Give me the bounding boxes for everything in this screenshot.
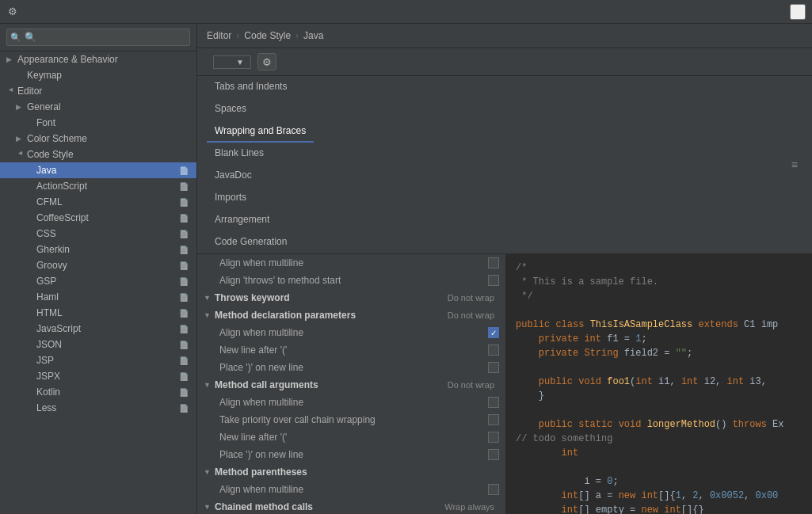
sidebar-item-gsp[interactable]: GSP📄 — [0, 273, 196, 289]
tab-spaces[interactable]: Spaces — [207, 98, 314, 120]
setting-row-1[interactable]: Align 'throws' to method start — [197, 272, 505, 289]
sidebar-label-appearance-behavior: Appearance & Behavior — [17, 54, 190, 65]
scheme-selector[interactable]: ▼ — [213, 55, 251, 69]
sidebar-item-jsp[interactable]: JSP📄 — [0, 352, 196, 368]
copy-icon-less: 📄 — [179, 402, 190, 413]
sidebar-item-coffeescript[interactable]: CoffeeScript📄 — [0, 210, 196, 226]
section-label-3: Method declaration parameters — [215, 310, 448, 321]
sidebar-item-gherkin[interactable]: Gherkin📄 — [0, 242, 196, 257]
section-value-7: Do not wrap — [448, 380, 499, 390]
setting-row-9[interactable]: Take priority over call chain wrapping — [197, 411, 505, 428]
setting-row-8[interactable]: Align when multiline — [197, 394, 505, 411]
sidebar-item-kotlin[interactable]: Kotlin📄 — [0, 384, 196, 400]
checkbox-5[interactable] — [488, 345, 499, 356]
tab-imports[interactable]: Imports — [207, 187, 314, 209]
checkbox-0[interactable] — [488, 257, 499, 268]
setting-row-0[interactable]: Align when multiline — [197, 254, 505, 272]
checkbox-10[interactable] — [488, 432, 499, 443]
sidebar-item-editor[interactable]: ▼Editor — [0, 83, 196, 99]
main-container: 🔍 ▶Appearance & BehaviorKeymap▼Editor▶Ge… — [0, 24, 812, 514]
copy-icon-json: 📄 — [179, 339, 190, 350]
sidebar-item-appearance-behavior[interactable]: ▶Appearance & Behavior — [0, 51, 196, 67]
search-input[interactable] — [6, 29, 190, 46]
gear-button[interactable]: ⚙ — [257, 53, 276, 70]
setting-row-5[interactable]: New line after '(' — [197, 341, 505, 359]
sidebar-item-general[interactable]: ▶General — [0, 99, 196, 115]
checkbox-9[interactable] — [488, 414, 499, 425]
tab-javadoc[interactable]: JavaDoc — [207, 165, 314, 187]
setting-row-11[interactable]: Place ')' on new line — [197, 446, 505, 463]
setting-row-7[interactable]: ▼ Method call arguments Do not wrap — [197, 376, 505, 394]
sidebar-item-color-scheme[interactable]: ▶Color Scheme — [0, 131, 196, 147]
sidebar-item-javascript[interactable]: JavaScript📄 — [0, 321, 196, 337]
copy-icon-cfml: 📄 — [179, 196, 190, 208]
sidebar-item-actionscript[interactable]: ActionScript📄 — [0, 178, 196, 194]
sidebar-item-font[interactable]: Font — [0, 115, 196, 131]
sidebar-label-jspx: JSPX — [36, 371, 176, 382]
copy-icon-html: 📄 — [179, 307, 190, 318]
section-label-14: Chained method calls — [215, 501, 444, 512]
section-arrow-3[interactable]: ▼ — [204, 311, 213, 319]
sidebar-item-groovy[interactable]: Groovy📄 — [0, 257, 196, 273]
sidebar-item-less[interactable]: Less📄 — [0, 400, 196, 416]
sidebar-item-jspx[interactable]: JSPX📄 — [0, 368, 196, 384]
sidebar-item-cfml[interactable]: CFML📄 — [0, 194, 196, 210]
tab-code-generation[interactable]: Code Generation — [207, 231, 314, 253]
section-arrow-12[interactable]: ▼ — [204, 468, 213, 476]
checkbox-13[interactable] — [488, 484, 499, 495]
arrow-code-style: ▼ — [17, 150, 25, 159]
sidebar-label-gherkin: Gherkin — [36, 244, 176, 255]
breadcrumb: Editor › Code Style › Java — [197, 24, 812, 48]
setting-row-6[interactable]: Place ')' on new line — [197, 359, 505, 376]
breadcrumb-editor[interactable]: Editor — [207, 30, 231, 41]
close-button[interactable] — [790, 4, 806, 20]
sidebar-item-haml[interactable]: Haml📄 — [0, 289, 196, 305]
tabs-overflow-button[interactable]: ≡ — [787, 155, 802, 174]
setting-row-2[interactable]: ▼ Throws keyword Do not wrap — [197, 289, 505, 306]
breadcrumb-codestyle[interactable]: Code Style — [244, 30, 291, 41]
tab-wrapping-and-braces[interactable]: Wrapping and Braces — [207, 120, 314, 143]
breadcrumb-java[interactable]: Java — [303, 30, 323, 41]
sidebar-label-cfml: CFML — [36, 196, 176, 208]
sidebar-label-keymap: Keymap — [27, 70, 190, 81]
checkbox-4[interactable]: ✓ — [488, 327, 499, 338]
section-arrow-2[interactable]: ▼ — [204, 294, 213, 302]
sidebar-item-java[interactable]: Java📄 — [0, 162, 196, 178]
sidebar-label-html: HTML — [36, 307, 176, 318]
setting-row-4[interactable]: Align when multiline ✓ — [197, 324, 505, 341]
sidebar-item-html[interactable]: HTML📄 — [0, 305, 196, 321]
copy-icon-haml: 📄 — [179, 291, 190, 303]
sidebar-label-json: JSON — [36, 339, 176, 350]
sidebar-item-code-style[interactable]: ▼Code Style — [0, 147, 196, 162]
arrow-color-scheme: ▶ — [16, 135, 25, 143]
section-arrow-7[interactable]: ▼ — [204, 381, 213, 389]
checkbox-8[interactable] — [488, 397, 499, 408]
sidebar-label-color-scheme: Color Scheme — [27, 133, 190, 144]
setting-row-12[interactable]: ▼ Method parentheses — [197, 463, 505, 481]
checkbox-11[interactable] — [488, 449, 499, 460]
copy-icon-groovy: 📄 — [179, 260, 190, 271]
section-value-14: Wrap always — [444, 502, 499, 512]
setting-row-10[interactable]: New line after '(' — [197, 428, 505, 446]
setting-row-13[interactable]: Align when multiline — [197, 481, 505, 498]
sidebar-item-keymap[interactable]: Keymap — [0, 67, 196, 83]
sidebar-tree: ▶Appearance & BehaviorKeymap▼Editor▶Gene… — [0, 51, 196, 416]
setting-row-14[interactable]: ▼ Chained method calls Wrap always — [197, 498, 505, 514]
setting-label-5: New line after '(' — [204, 345, 480, 356]
checkbox-1[interactable] — [488, 275, 499, 286]
checkbox-6[interactable] — [488, 362, 499, 373]
search-icon: 🔍 — [10, 32, 21, 43]
sidebar-label-java: Java — [36, 165, 176, 176]
content-area: Editor › Code Style › Java ▼ ⚙ Tabs and … — [197, 24, 812, 514]
copy-icon-javascript: 📄 — [179, 323, 190, 334]
sidebar-label-jsp: JSP — [36, 355, 176, 366]
sidebar-label-editor: Editor — [17, 86, 190, 97]
tab-arrangement[interactable]: Arrangement — [207, 209, 314, 231]
tab-tabs-and-indents[interactable]: Tabs and Indents — [207, 76, 314, 98]
setting-row-3[interactable]: ▼ Method declaration parameters Do not w… — [197, 306, 505, 324]
section-arrow-14[interactable]: ▼ — [204, 503, 213, 511]
sidebar-item-css[interactable]: CSS📄 — [0, 226, 196, 242]
sidebar-item-json[interactable]: JSON📄 — [0, 337, 196, 352]
tab-blank-lines[interactable]: Blank Lines — [207, 143, 314, 165]
sidebar-label-haml: Haml — [36, 291, 176, 303]
